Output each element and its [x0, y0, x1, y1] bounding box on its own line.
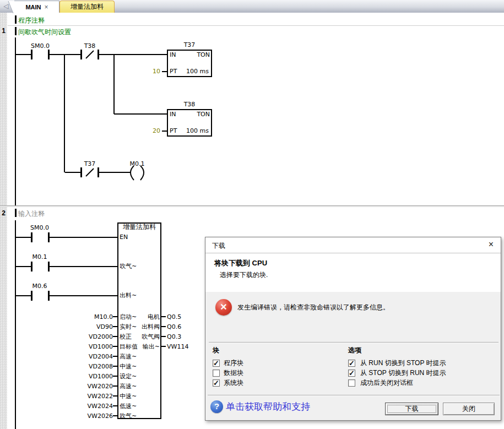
block-input-port: 中速~ [120, 363, 137, 370]
timer-pt-port: PT [170, 68, 177, 75]
coil-operand[interactable]: M0.1 [125, 160, 149, 167]
block-input-operand[interactable]: VW2020 [68, 383, 113, 390]
dialog-heading: 将块下载到 CPU [214, 258, 267, 268]
plc-editor-window: ◁ MAIN × 增量法加料 程序注释 1 间歇吹气时间设置 2 输入注释 [0, 0, 504, 429]
timer-type: TON [188, 111, 210, 118]
download-dialog: 下载 × 将块下载到 CPU 选择要下载的块. 发生编译错误，请检查非致命错误以… [205, 237, 501, 421]
checkbox-label[interactable]: 从 RUN 切换到 STOP 时提示 [360, 359, 446, 367]
block-input-port: 实时~ [120, 323, 137, 330]
checkbox-prompt-stop-to-run[interactable] [348, 370, 355, 377]
contact-operand[interactable]: T37 [78, 160, 102, 167]
block-output-operand[interactable]: Q0.6 [167, 323, 181, 330]
block-input-operand[interactable]: VD90 [68, 323, 113, 330]
checkbox-label[interactable]: 程序块 [224, 359, 243, 367]
block-input-operand[interactable]: VW2024 [68, 403, 113, 410]
checkbox-label[interactable]: 数据块 [224, 369, 243, 377]
block-input-port: 高速~ [120, 383, 137, 390]
checkbox-data-block[interactable] [213, 370, 220, 377]
block-input-port: 低速~ [120, 403, 137, 410]
download-button[interactable]: 下载 [385, 403, 438, 415]
dialog-header: 将块下载到 CPU 选择要下载的块. [205, 253, 501, 292]
help-link[interactable]: 单击获取帮助和支持 [226, 400, 310, 413]
checkbox-program-block[interactable] [213, 360, 220, 367]
block-input-port: 高速~ [120, 353, 137, 360]
timer-in-port: IN [170, 51, 176, 58]
dialog-close-icon[interactable]: × [489, 240, 494, 249]
blocks-section-title: 块 [213, 346, 219, 355]
block-input-operand[interactable]: VW2026 [68, 412, 113, 420]
checkbox-prompt-run-to-stop[interactable] [348, 360, 355, 367]
block-input-operand[interactable]: VD2004 [68, 353, 113, 360]
section-separator [209, 342, 498, 343]
footer-separator [208, 395, 500, 396]
timer-type: TON [188, 51, 210, 58]
checkbox-label[interactable]: 从 STOP 切换到 RUN 时提示 [360, 369, 446, 377]
contact-operand[interactable]: SM0.0 [28, 42, 52, 50]
checkbox-label[interactable]: 成功后关闭对话框 [360, 379, 413, 387]
block-output-port: 输出~ [138, 343, 160, 350]
timer-pt-port: PT [170, 127, 177, 134]
help-icon[interactable] [210, 400, 223, 413]
timer-time-base: 100 ms [180, 127, 209, 134]
block-input-port: 目标值 [120, 343, 138, 350]
close-button[interactable]: 关闭 [443, 403, 495, 415]
contact-operand[interactable]: M0.6 [28, 283, 52, 290]
timer-preset-value[interactable]: 20 [143, 127, 160, 134]
block-output-port: 电机 [138, 313, 160, 321]
block-output-operand[interactable]: Q0.5 [167, 313, 181, 321]
block-output-port: 出料阀 [138, 323, 160, 330]
block-input-port: 出料~ [120, 292, 137, 299]
dialog-titlebar[interactable]: 下载 × [205, 237, 501, 253]
block-input-operand[interactable]: VW2022 [68, 393, 113, 400]
function-block-title: 增量法加料 [118, 224, 160, 231]
block-en-port: EN [120, 233, 128, 241]
block-output-port: 吹气阀 [138, 333, 160, 340]
block-input-port: 设定~ [120, 373, 137, 380]
error-message: 发生编译错误，请检查非致命错误以了解更多信息。 [237, 303, 389, 312]
block-input-port: 吹气~ [120, 412, 137, 420]
contact-operand[interactable]: M0.1 [28, 253, 52, 260]
block-input-operand[interactable]: VD2000 [68, 333, 113, 340]
timer-time-base: 100 ms [180, 68, 209, 75]
error-icon [215, 299, 232, 316]
block-input-operand[interactable]: M10.0 [68, 313, 113, 321]
checkbox-system-block[interactable] [213, 379, 220, 387]
contact-operand[interactable]: SM0.0 [28, 224, 52, 231]
block-input-port: 中速~ [120, 393, 137, 400]
checkbox-close-on-success[interactable] [348, 379, 355, 387]
block-input-operand[interactable]: VD2008 [68, 363, 113, 370]
block-output-operand[interactable]: Q0.3 [167, 333, 181, 340]
block-input-port: 吹气~ [120, 263, 137, 270]
checkbox-label[interactable]: 系统块 [224, 379, 243, 387]
block-input-operand[interactable]: VD1000 [68, 373, 113, 380]
dialog-subheading: 选择要下载的块. [220, 270, 268, 280]
timer-in-port: IN [170, 111, 176, 118]
block-input-port: 校正 [120, 333, 132, 340]
block-output-operand[interactable]: VW114 [167, 343, 188, 350]
block-input-operand[interactable]: VD1000 [68, 343, 113, 350]
contact-operand[interactable]: T38 [78, 42, 102, 50]
timer-name[interactable]: T37 [167, 41, 212, 48]
block-input-port: 启动~ [120, 313, 137, 321]
options-section-title: 选项 [348, 346, 361, 355]
timer-name[interactable]: T38 [167, 101, 212, 108]
dialog-title: 下载 [212, 241, 225, 251]
timer-preset-value[interactable]: 10 [143, 68, 160, 75]
